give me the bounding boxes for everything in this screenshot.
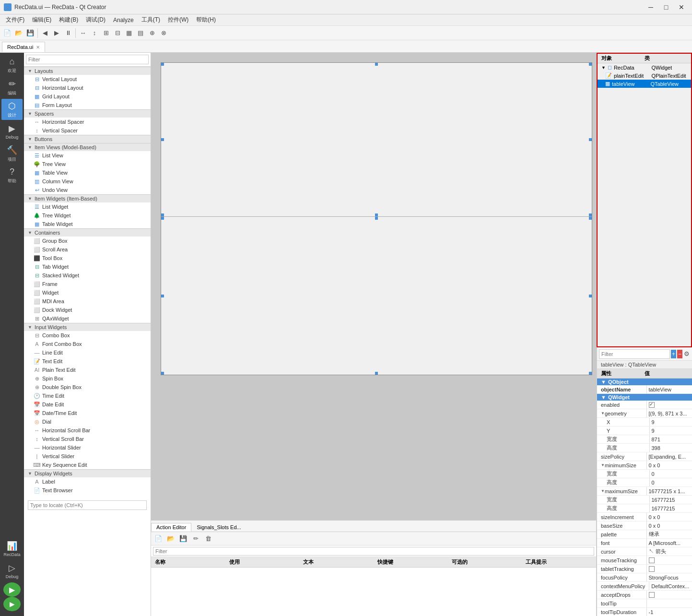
section-qobject[interactable]: ▼ QObject [597, 379, 692, 385]
sel-handle-br[interactable] [589, 372, 592, 375]
prop-width-value[interactable]: 871 [650, 435, 692, 443]
action-edit-btn[interactable]: ✏ [190, 533, 201, 544]
sidebar-edit[interactable]: ✏ 编辑 [1, 77, 23, 98]
bottom-tab-signals-slots[interactable]: Signals_Slots Ed... [191, 523, 246, 532]
item-label[interactable]: A Label [24, 477, 151, 486]
item-stacked-widget[interactable]: ⊟ Stacked Widget [24, 271, 151, 280]
toolbar-btn8[interactable]: ▦ [124, 28, 134, 38]
obj-row-tableview[interactable]: ▦ tableView QTableView [598, 80, 691, 88]
toolbar-btn6[interactable]: ⊞ [101, 28, 111, 38]
sel-handle-mr[interactable] [589, 295, 592, 297]
sidebar-welcome[interactable]: ⌂ 欢迎 [1, 55, 23, 76]
toolbar-save[interactable]: 💾 [25, 28, 35, 38]
prop-tablettracking-value[interactable] [647, 565, 692, 573]
menu-analyze[interactable]: Analyze [109, 16, 138, 24]
prop-minwidth-value[interactable]: 0 [650, 470, 692, 478]
prop-minheight-value[interactable]: 0 [650, 478, 692, 486]
toolbar-btn11[interactable]: ⊗ [158, 28, 169, 38]
toolbar-new[interactable]: 📄 [2, 28, 12, 38]
prop-tooltipduration-value[interactable]: -1 [647, 608, 692, 616]
toolbar-btn9[interactable]: ▤ [135, 28, 146, 38]
menu-debug[interactable]: 调试(D) [82, 15, 109, 25]
item-tree-widget[interactable]: 🌲 Tree Widget [24, 211, 151, 220]
handle-tc[interactable] [375, 63, 378, 66]
close-button[interactable]: ✕ [675, 2, 688, 12]
sidebar-help[interactable]: ? 帮助 [1, 165, 23, 186]
obj-row-plaintextedit[interactable]: 📝 plainTextEdit QPlainTextEdit [598, 71, 691, 80]
item-date-edit[interactable]: 📅 Date Edit [24, 400, 151, 409]
item-widget[interactable]: ⬜ Widget [24, 288, 151, 297]
sel-handle-bc[interactable] [375, 372, 378, 375]
canvas-area[interactable] [151, 53, 596, 520]
item-tree-view[interactable]: 🌳 Tree View [24, 160, 151, 168]
handle-mr[interactable] [589, 138, 592, 141]
item-plain-text-edit[interactable]: AI Plain Text Edit [24, 366, 151, 374]
sel-handle-ml[interactable] [161, 295, 164, 297]
minimize-button[interactable]: ─ [644, 2, 657, 12]
item-font-combo-box[interactable]: A Font Combo Box [24, 340, 151, 348]
action-open-btn[interactable]: 📂 [165, 533, 176, 544]
menu-file[interactable]: 文件(F) [2, 15, 28, 25]
sidebar-design[interactable]: ⬡ 设计 [1, 99, 23, 120]
toolbar-btn1[interactable]: ◀ [40, 28, 50, 38]
item-dial[interactable]: ◎ Dial [24, 417, 151, 426]
prop-objectname-value[interactable]: tableView [647, 385, 692, 393]
sel-handle-tl[interactable] [161, 217, 164, 220]
item-column-view[interactable]: ▥ Column View [24, 177, 151, 186]
tablettracking-checkbox[interactable] [649, 566, 655, 572]
enabled-checkbox[interactable] [649, 402, 655, 408]
section-containers[interactable]: ▼ Containers [24, 228, 151, 237]
menu-help[interactable]: 帮助(H) [192, 15, 220, 25]
item-scroll-area[interactable]: ⬜ Scroll Area [24, 245, 151, 254]
item-key-sequence-edit[interactable]: ⌨ Key Sequence Edit [24, 461, 151, 469]
item-frame[interactable]: ⬜ Frame [24, 280, 151, 288]
item-horizontal-slider[interactable]: — Horizontal Slider [24, 443, 151, 452]
item-qaxwidget[interactable]: ⊞ QAxWidget [24, 314, 151, 323]
item-list-widget[interactable]: ☰ List Widget [24, 202, 151, 211]
toolbar-btn3[interactable]: ⏸ [63, 28, 73, 38]
item-datetime-edit[interactable]: 📅 Date/Time Edit [24, 409, 151, 417]
section-spacers[interactable]: ▼ Spacers [24, 109, 151, 118]
menu-build[interactable]: 构建(B) [55, 15, 82, 25]
item-dock-widget[interactable]: ⬜ Dock Widget [24, 306, 151, 314]
tab-recdata-ui[interactable]: RecData.ui ✕ [2, 42, 45, 52]
section-item-views[interactable]: ▼ Item Views (Model-Based) [24, 143, 151, 151]
menu-controls[interactable]: 控件(W) [164, 15, 192, 25]
sel-handle-bl[interactable] [161, 372, 164, 375]
prop-acceptdrops-value[interactable] [647, 591, 692, 599]
acceptdrops-checkbox[interactable] [649, 592, 655, 598]
menu-edit[interactable]: 编辑(E) [28, 15, 55, 25]
section-qwidget[interactable]: ▼ QWidget [597, 394, 692, 401]
item-horizontal-spacer[interactable]: ↔ Horizontal Spacer [24, 118, 151, 126]
section-input-widgets[interactable]: ▼ Input Widgets [24, 323, 151, 331]
item-text-edit[interactable]: 📝 Text Edit [24, 357, 151, 366]
item-grid-layout[interactable]: ▦ Grid Layout [24, 92, 151, 101]
item-list-view[interactable]: ☰ List View [24, 151, 151, 160]
prop-tooltip-value[interactable] [647, 599, 692, 607]
item-text-browser[interactable]: 📄 Text Browser [24, 486, 151, 495]
item-vertical-scroll-bar[interactable]: ↕ Vertical Scroll Bar [24, 435, 151, 443]
item-group-box[interactable]: ⬜ Group Box [24, 237, 151, 245]
action-delete-btn[interactable]: 🗑 [203, 533, 213, 544]
sel-handle-tc[interactable] [375, 217, 378, 220]
sidebar-debug2[interactable]: ▷ Debug [1, 560, 23, 581]
sel-handle-tr[interactable] [589, 217, 592, 220]
item-spin-box[interactable]: ⊕ Spin Box [24, 374, 151, 383]
toolbar-btn4[interactable]: ↔ [78, 28, 88, 38]
handle-ml[interactable] [161, 138, 164, 141]
run-button[interactable]: ▶ [3, 582, 21, 597]
item-vertical-spacer[interactable]: ↕ Vertical Spacer [24, 126, 151, 135]
locate-input[interactable] [28, 500, 147, 510]
prop-maxwidth-value[interactable]: 16777215 [650, 496, 692, 504]
prop-mousetracking-value[interactable] [647, 556, 692, 564]
item-form-layout[interactable]: ▤ Form Layout [24, 101, 151, 109]
prop-enabled-value[interactable] [647, 401, 692, 409]
props-add-btn[interactable]: + [671, 350, 676, 358]
item-table-widget[interactable]: ▦ Table Widget [24, 220, 151, 228]
section-item-widgets[interactable]: ▼ Item Widgets (Item-Based) [24, 194, 151, 202]
toolbar-btn2[interactable]: ▶ [51, 28, 62, 38]
maximize-button[interactable]: □ [659, 2, 673, 12]
mousetracking-checkbox[interactable] [649, 557, 655, 563]
action-save-btn[interactable]: 💾 [178, 533, 188, 544]
sidebar-recdata[interactable]: 📊 RecData [1, 538, 23, 559]
